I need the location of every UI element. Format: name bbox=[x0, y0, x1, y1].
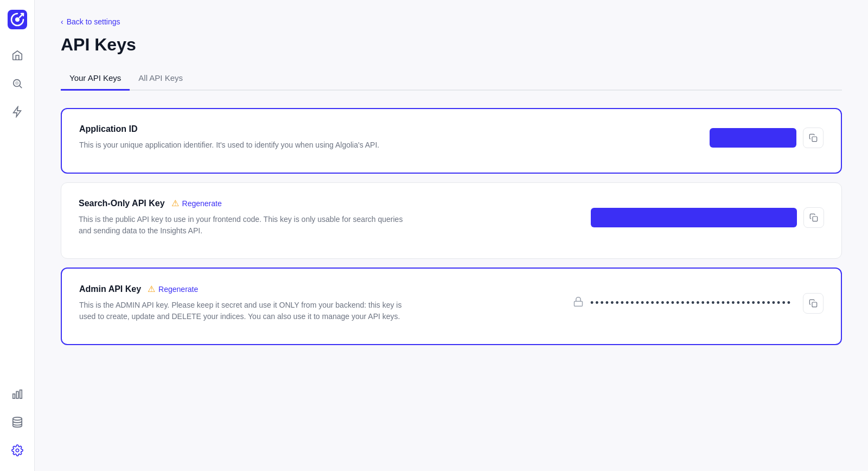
back-to-settings-label: Back to settings bbox=[67, 17, 120, 26]
lock-icon bbox=[573, 296, 584, 310]
svg-rect-9 bbox=[812, 137, 817, 142]
admin-api-key-title: Admin API Key bbox=[79, 284, 141, 294]
svg-point-1 bbox=[15, 17, 20, 22]
chevron-left-icon: ‹ bbox=[61, 17, 63, 26]
search-only-regenerate-label: Regenerate bbox=[182, 199, 222, 208]
sidebar bbox=[0, 0, 35, 471]
sidebar-item-search[interactable] bbox=[5, 72, 29, 96]
admin-regenerate-label: Regenerate bbox=[158, 285, 198, 294]
admin-card-right: •••••••••••••••••••••••••••••••••••••••• bbox=[573, 293, 824, 314]
application-id-card: Application ID This is your unique appli… bbox=[61, 108, 842, 174]
tabs-container: Your API Keys All API Keys bbox=[61, 68, 842, 91]
sidebar-item-lightning[interactable] bbox=[5, 100, 29, 124]
application-id-copy-button[interactable] bbox=[803, 128, 824, 148]
svg-rect-10 bbox=[813, 217, 818, 221]
svg-rect-11 bbox=[574, 301, 582, 306]
application-id-card-left: Application ID This is your unique appli… bbox=[79, 124, 379, 151]
svg-rect-12 bbox=[812, 302, 817, 307]
search-only-card-left: Search-Only API Key ⚠ Regenerate This is… bbox=[79, 198, 404, 237]
application-id-title: Application ID bbox=[79, 124, 138, 134]
back-to-settings-link[interactable]: ‹ Back to settings bbox=[61, 17, 842, 26]
copy-icon bbox=[809, 213, 818, 222]
tab-your-api-keys[interactable]: Your API Keys bbox=[61, 68, 130, 91]
svg-point-7 bbox=[12, 417, 22, 421]
application-id-value bbox=[710, 128, 796, 148]
sidebar-item-analytics[interactable] bbox=[5, 382, 29, 406]
admin-api-key-card: Admin API Key ⚠ Regenerate This is the A… bbox=[61, 268, 842, 345]
app-logo[interactable] bbox=[7, 9, 28, 30]
sidebar-bottom bbox=[5, 382, 29, 462]
warning-icon-admin: ⚠ bbox=[148, 284, 155, 294]
svg-point-3 bbox=[15, 81, 18, 85]
admin-api-key-dots: •••••••••••••••••••••••••••••••••••••••• bbox=[590, 297, 792, 309]
copy-icon bbox=[809, 133, 818, 142]
admin-regenerate-button[interactable]: ⚠ Regenerate bbox=[148, 284, 198, 294]
search-only-copy-button[interactable] bbox=[803, 207, 824, 228]
search-only-title: Search-Only API Key bbox=[79, 199, 165, 208]
sidebar-item-home[interactable] bbox=[5, 43, 29, 67]
copy-icon-admin bbox=[809, 299, 818, 308]
search-only-regenerate-button[interactable]: ⚠ Regenerate bbox=[171, 198, 222, 208]
svg-point-8 bbox=[16, 449, 19, 452]
application-id-card-right bbox=[710, 128, 824, 148]
admin-card-left: Admin API Key ⚠ Regenerate This is the A… bbox=[79, 284, 405, 322]
warning-icon: ⚠ bbox=[171, 198, 179, 208]
search-only-api-key-value bbox=[591, 208, 797, 227]
svg-rect-5 bbox=[16, 391, 18, 398]
main-content: ‹ Back to settings API Keys Your API Key… bbox=[35, 0, 868, 471]
sidebar-item-settings[interactable] bbox=[5, 438, 29, 462]
tab-all-api-keys[interactable]: All API Keys bbox=[130, 68, 192, 91]
page-title: API Keys bbox=[61, 35, 842, 55]
admin-api-key-description: This is the ADMIN API key. Please keep i… bbox=[79, 300, 405, 322]
search-only-description: This is the public API key to use in you… bbox=[79, 214, 404, 237]
admin-copy-button[interactable] bbox=[803, 293, 824, 314]
search-only-card-right bbox=[591, 207, 824, 228]
svg-rect-4 bbox=[12, 394, 15, 398]
application-id-description: This is your unique application identifi… bbox=[79, 139, 379, 151]
sidebar-item-database[interactable] bbox=[5, 410, 29, 434]
search-only-api-key-card: Search-Only API Key ⚠ Regenerate This is… bbox=[61, 182, 842, 259]
svg-rect-6 bbox=[20, 390, 22, 399]
